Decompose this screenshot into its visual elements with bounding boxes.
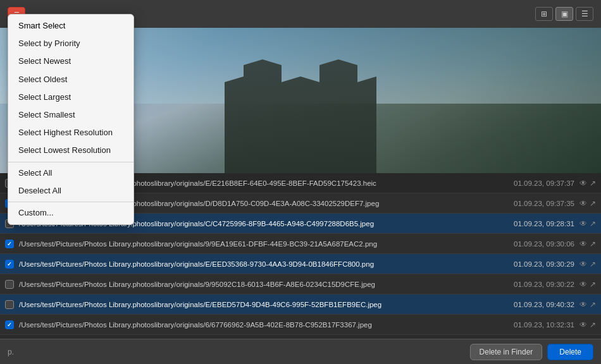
file-row[interactable]: /Users/test/Pictures/Photos Library.phot… [0, 274, 601, 294]
menu-item-deselect-all[interactable]: Deselect All [8, 182, 133, 200]
detail-view-button[interactable]: ▣ [555, 7, 573, 21]
file-actions: 👁↗ [579, 320, 596, 329]
file-row[interactable]: /Users/test/Pictures/Photos Library.phot… [0, 315, 601, 335]
file-path: /Users/test/Pictures/Photos Library.phot… [19, 260, 487, 268]
file-checkbox[interactable] [5, 240, 14, 248]
preview-icon[interactable]: 👁 [579, 240, 587, 248]
file-row[interactable]: /Users/test/Pictures/Photos Library.phot… [0, 254, 601, 274]
file-date: 01.09.23, 09:40:32 [492, 301, 574, 308]
menu-item-custom[interactable]: Custom... [8, 204, 133, 222]
file-path: /Users/test/Pictures/Photos Library.phot… [19, 301, 487, 308]
open-icon[interactable]: ↗ [590, 240, 596, 248]
file-date: 01.09.23, 09:28:31 [492, 220, 574, 228]
preview-icon[interactable]: 👁 [579, 260, 587, 269]
open-icon[interactable]: ↗ [590, 199, 596, 208]
toolbar-right: ⊞ ▣ ☰ [535, 7, 593, 21]
file-actions: 👁↗ [579, 179, 596, 188]
menu-item-select-all[interactable]: Select All [8, 164, 133, 182]
file-path: /Users/test/Pictures/Photos Library.phot… [19, 281, 487, 288]
menu-item-smart-select[interactable]: Smart Select [8, 17, 133, 35]
menu-item-select-highest-res[interactable]: Select Highest Resolution [8, 124, 133, 142]
menu-item-select-by-priority[interactable]: Select by Priority [8, 35, 133, 52]
open-icon[interactable]: ↗ [590, 179, 596, 188]
open-icon[interactable]: ↗ [590, 300, 596, 309]
menu-separator-1 [8, 162, 133, 162]
file-actions: 👁↗ [579, 260, 596, 269]
menu-separator-2 [8, 202, 133, 202]
file-checkbox[interactable] [5, 260, 14, 269]
grid-view-button[interactable]: ⊞ [535, 7, 553, 21]
file-actions: 👁↗ [579, 199, 596, 208]
file-date: 01.09.23, 10:32:31 [492, 321, 574, 329]
file-date: 01.09.23, 09:30:29 [492, 260, 574, 268]
file-date: 01.09.23, 09:37:37 [492, 179, 574, 187]
preview-icon[interactable]: 👁 [579, 320, 587, 329]
menu-item-select-smallest[interactable]: Select Smallest [8, 106, 133, 124]
delete-in-finder-button[interactable]: Delete in Finder [470, 344, 543, 360]
preview-icon[interactable]: 👁 [579, 219, 587, 228]
file-path: /Users/test/Pictures/Photos Library.phot… [19, 240, 487, 248]
menu-item-select-newest[interactable]: Select Newest [8, 52, 133, 70]
preview-icon[interactable]: 👁 [579, 280, 587, 289]
file-actions: 👁↗ [579, 300, 596, 309]
file-date: 01.09.23, 09:30:22 [492, 281, 574, 288]
status-text: p. [8, 348, 14, 356]
preview-icon[interactable]: 👁 [579, 179, 587, 188]
bottom-buttons: Delete in Finder Delete [470, 344, 593, 360]
open-icon[interactable]: ↗ [590, 280, 596, 289]
select-dropdown-menu: Smart Select Select by Priority Select N… [8, 14, 134, 225]
open-icon[interactable]: ↗ [590, 219, 596, 228]
file-checkbox[interactable] [5, 280, 14, 289]
file-path: /Users/test/Pictures/Photos Library.phot… [19, 321, 487, 329]
delete-button[interactable]: Delete [547, 344, 593, 360]
file-checkbox[interactable] [5, 320, 14, 329]
open-icon[interactable]: ↗ [590, 260, 596, 269]
file-actions: 👁↗ [579, 280, 596, 289]
file-checkbox[interactable] [5, 300, 14, 309]
file-actions: 👁↗ [579, 240, 596, 248]
preview-icon[interactable]: 👁 [579, 300, 587, 309]
open-icon[interactable]: ↗ [590, 320, 596, 329]
bottom-bar: p. Delete in Finder Delete [0, 339, 601, 364]
file-date: 01.09.23, 09:30:06 [492, 240, 574, 248]
menu-item-select-largest[interactable]: Select Largest [8, 88, 133, 106]
file-actions: 👁↗ [579, 219, 596, 228]
menu-item-select-oldest[interactable]: Select Oldest [8, 71, 133, 88]
file-row[interactable]: /Users/test/Pictures/Photos Library.phot… [0, 234, 601, 254]
file-date: 01.09.23, 09:37:35 [492, 200, 574, 207]
menu-item-select-lowest-res[interactable]: Select Lowest Resolution [8, 142, 133, 159]
preview-icon[interactable]: 👁 [579, 199, 587, 208]
list-view-button[interactable]: ☰ [576, 7, 593, 21]
file-row[interactable]: /Users/test/Pictures/Photos Library.phot… [0, 294, 601, 315]
